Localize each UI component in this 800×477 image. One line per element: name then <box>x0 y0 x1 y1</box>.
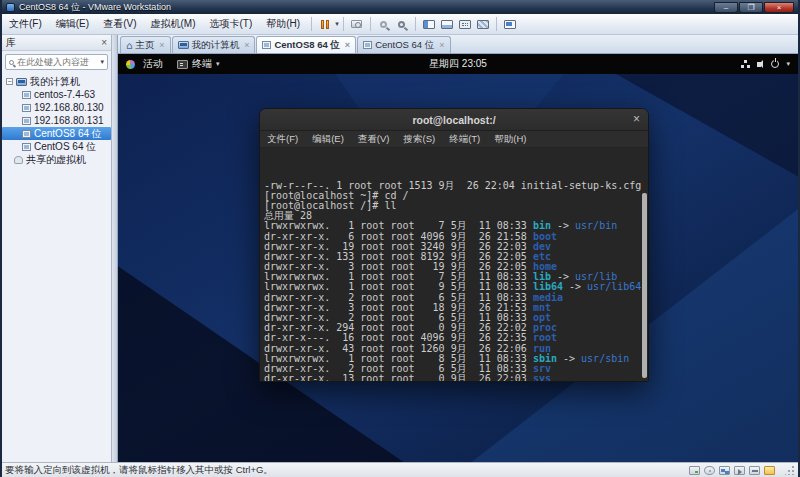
sound-icon[interactable] <box>734 466 745 475</box>
terminal-titlebar[interactable]: root@localhost:/ × <box>260 109 648 131</box>
clock[interactable]: 星期四 23:05 <box>118 57 798 71</box>
tab-home[interactable]: ⌂ 主页 × <box>120 36 171 53</box>
vm-pane: ⌂ 主页 × 我的计算机 × CentOS8 64 位 × CentOS 64 … <box>118 35 798 462</box>
tab-label: 我的计算机 <box>192 39 240 52</box>
tree-label: 我的计算机 <box>30 75 80 89</box>
terminal-scrollbar[interactable] <box>642 193 647 378</box>
terminal-app-icon <box>177 60 188 69</box>
tree-label: CentOS8 64 位 <box>34 127 102 141</box>
toolbar-separator <box>415 17 416 31</box>
terminal-menu-edit[interactable]: 编辑(E) <box>305 133 351 146</box>
network-icon[interactable] <box>741 60 750 68</box>
usb-icon[interactable] <box>749 466 760 475</box>
revert-snapshot-button[interactable] <box>376 17 392 31</box>
vm-display[interactable]: 星期四 23:05 活动 终端 ▾ ▾ <box>118 54 798 462</box>
vmware-app-icon <box>6 3 15 12</box>
tab-close-icon[interactable]: × <box>345 40 350 50</box>
power-icon[interactable] <box>771 60 779 68</box>
take-snapshot-button[interactable] <box>349 17 365 31</box>
fullscreen-button[interactable] <box>457 17 473 31</box>
tree-label: 192.168.80.130 <box>34 102 104 113</box>
menu-vm[interactable]: 虚拟机(M) <box>143 15 202 33</box>
tab-centos8-64-active[interactable]: CentOS8 64 位 × <box>256 36 356 53</box>
tree-label: centos-7.4-63 <box>34 89 95 100</box>
terminal-menu-help[interactable]: 帮助(H) <box>487 133 533 146</box>
menubar-toolbar: 文件(F) 编辑(E) 查看(V) 虚拟机(M) 选项卡(T) 帮助(H) ▾ <box>2 14 798 35</box>
snapshot-manager-button[interactable] <box>394 17 410 31</box>
show-thumbnail-bar-button[interactable] <box>439 17 455 31</box>
terminal-menu-terminal[interactable]: 终端(T) <box>442 133 487 146</box>
close-button[interactable]: × <box>764 2 794 13</box>
search-dropdown-icon[interactable]: ▾ <box>100 58 104 66</box>
terminal-line: [root@localhost /]# ll <box>264 201 648 211</box>
menu-help[interactable]: 帮助(H) <box>259 15 307 33</box>
computer-icon <box>178 41 189 49</box>
window-titlebar[interactable]: CentOS8 64 位 - VMware Workstation – ❐ × <box>2 0 798 14</box>
network-adapter-icon[interactable] <box>719 466 730 475</box>
terminal-title: root@localhost:/ <box>412 114 495 126</box>
tree-item-centos-74-63[interactable]: centos-7.4-63 <box>2 88 111 101</box>
tab-close-icon[interactable]: × <box>159 40 164 50</box>
tree-item-my-computer[interactable]: − 我的计算机 <box>2 75 111 88</box>
system-menu-chevron-icon[interactable]: ▾ <box>786 60 790 68</box>
tree-item-192-168-80-130[interactable]: 192.168.80.130 <box>2 101 111 114</box>
library-close-icon[interactable]: × <box>101 38 107 48</box>
tab-label: 主页 <box>135 39 154 52</box>
toolbar-separator <box>343 17 344 31</box>
tab-close-icon[interactable]: × <box>439 40 444 50</box>
tab-label: CentOS8 64 位 <box>274 39 339 52</box>
console-view-button[interactable] <box>502 17 518 31</box>
status-bar: 要将输入定向到该虚拟机，请将鼠标指针移入其中或按 Ctrl+G。 <box>2 462 798 477</box>
search-icon <box>9 60 14 65</box>
gnome-top-bar: 星期四 23:05 活动 终端 ▾ ▾ <box>118 54 798 74</box>
cd-dvd-icon[interactable] <box>704 466 715 475</box>
power-dropdown-icon[interactable]: ▾ <box>335 20 339 28</box>
terminal-menu-view[interactable]: 查看(V) <box>351 133 397 146</box>
tree-label: 共享的虚拟机 <box>26 153 86 167</box>
vm-icon <box>262 41 271 49</box>
terminal-output[interactable]: -rw-r--r--. 1 root root 1513 9月 26 22:04… <box>260 148 648 381</box>
status-message: 要将输入定向到该虚拟机，请将鼠标指针移入其中或按 Ctrl+G。 <box>5 464 273 477</box>
toolbar-separator <box>370 17 371 31</box>
tree-item-centos-64[interactable]: CentOS 64 位 <box>2 140 111 153</box>
library-search-box[interactable]: ▾ <box>5 54 108 70</box>
menu-file[interactable]: 文件(F) <box>2 15 49 33</box>
search-input[interactable] <box>17 57 89 67</box>
tree-item-centos8-64-selected[interactable]: CentOS8 64 位 <box>2 127 111 140</box>
tab-my-computer[interactable]: 我的计算机 × <box>172 36 256 53</box>
toolbar-separator <box>496 17 497 31</box>
maximize-button[interactable]: ❐ <box>739 2 763 13</box>
home-icon: ⌂ <box>126 40 132 51</box>
collapse-icon[interactable]: − <box>6 78 13 85</box>
menu-edit[interactable]: 编辑(E) <box>49 15 96 33</box>
vm-icon <box>22 104 31 112</box>
tree-item-192-168-80-131[interactable]: 192.168.80.131 <box>2 114 111 127</box>
minimize-button[interactable]: – <box>714 2 738 13</box>
shared-vm-icon <box>14 156 23 164</box>
vm-tree: − 我的计算机 centos-7.4-63 192.168.80.130 192… <box>2 74 111 166</box>
main-area: 库 × ▾ − 我的计算机 centos-7.4-63 <box>2 35 798 462</box>
tab-close-icon[interactable]: × <box>244 40 249 50</box>
tab-centos-64[interactable]: CentOS 64 位 × <box>357 36 450 53</box>
terminal-line: dr-xr-xr-x. 13 root root 0 9月 26 22:03 s… <box>264 374 648 381</box>
message-log-icon[interactable] <box>764 466 775 475</box>
pause-power-button[interactable] <box>317 17 333 31</box>
volume-icon[interactable] <box>757 62 761 67</box>
vm-icon <box>22 130 31 138</box>
terminal-menu-file[interactable]: 文件(F) <box>260 133 305 146</box>
vm-icon <box>22 117 31 125</box>
vmware-workstation-window: CentOS8 64 位 - VMware Workstation – ❐ × … <box>0 0 800 477</box>
show-library-button[interactable] <box>421 17 437 31</box>
hard-disk-icon[interactable] <box>689 466 700 475</box>
tree-item-shared-vms[interactable]: 共享的虚拟机 <box>2 153 111 166</box>
library-title: 库 <box>6 36 16 50</box>
terminal-menu-search[interactable]: 搜索(S) <box>396 133 442 146</box>
vm-icon <box>363 41 372 49</box>
tab-label: CentOS 64 位 <box>375 39 434 52</box>
resize-grip[interactable] <box>785 465 795 475</box>
menu-view[interactable]: 查看(V) <box>96 15 143 33</box>
terminal-close-icon[interactable]: × <box>633 112 640 126</box>
unity-mode-button[interactable] <box>475 17 491 31</box>
menu-tabs[interactable]: 选项卡(T) <box>202 15 259 33</box>
terminal-menubar: 文件(F) 编辑(E) 查看(V) 搜索(S) 终端(T) 帮助(H) <box>260 131 648 148</box>
